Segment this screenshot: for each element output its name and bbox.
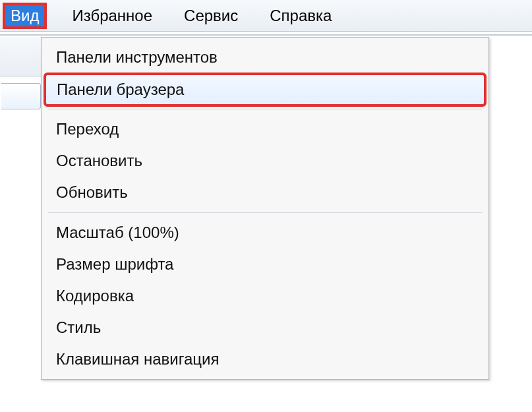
menu-favorites[interactable]: Избранное	[65, 3, 159, 29]
separator	[0, 34, 532, 36]
menu-separator	[48, 212, 482, 213]
menu-item-encoding[interactable]: Кодировка	[42, 280, 488, 312]
menu-item-refresh[interactable]: Обновить	[42, 177, 488, 208]
menu-item-style[interactable]: Стиль	[42, 312, 488, 343]
menu-help[interactable]: Справка	[263, 3, 338, 29]
menu-item-text-size[interactable]: Размер шрифта	[42, 249, 488, 280]
menu-item-label: Кодировка	[56, 287, 134, 305]
menu-item-label: Переход	[56, 120, 119, 138]
view-dropdown-menu: Панели инструментов Панели браузера Пере…	[41, 37, 489, 380]
menu-tools-label: Сервис	[184, 7, 238, 25]
menu-favorites-label: Избранное	[72, 7, 152, 25]
menu-item-label: Стиль	[56, 318, 101, 336]
menu-item-caret-browsing[interactable]: Клавишная навигация	[42, 343, 488, 375]
menu-item-toolbars[interactable]: Панели инструментов	[42, 42, 488, 73]
toolbar-fragment	[0, 37, 41, 76]
menu-item-label: Панели инструментов	[56, 48, 218, 66]
menu-separator	[48, 109, 482, 109]
menu-item-label: Остановить	[56, 152, 142, 169]
menu-item-label: Обновить	[56, 183, 128, 201]
menu-item-label: Панели браузера	[57, 80, 184, 98]
menu-item-browser-panels[interactable]: Панели браузера	[45, 74, 485, 105]
addressbar-fragment	[1, 83, 41, 109]
menu-item-zoom[interactable]: Масштаб (100%)	[42, 217, 488, 249]
menu-item-label: Размер шрифта	[56, 255, 173, 273]
window-left-fragment	[0, 37, 41, 406]
menu-view[interactable]: Вид	[3, 3, 47, 29]
menu-help-label: Справка	[270, 7, 332, 25]
menu-item-stop[interactable]: Остановить	[42, 145, 488, 177]
menu-tools[interactable]: Сервис	[177, 3, 245, 29]
menu-item-label: Масштаб (100%)	[56, 223, 179, 241]
menubar: Вид Избранное Сервис Справка	[0, 0, 532, 32]
menu-view-label: Вид	[11, 7, 39, 25]
menu-item-label: Клавишная навигация	[56, 350, 220, 368]
menu-item-goto[interactable]: Переход	[42, 113, 488, 145]
